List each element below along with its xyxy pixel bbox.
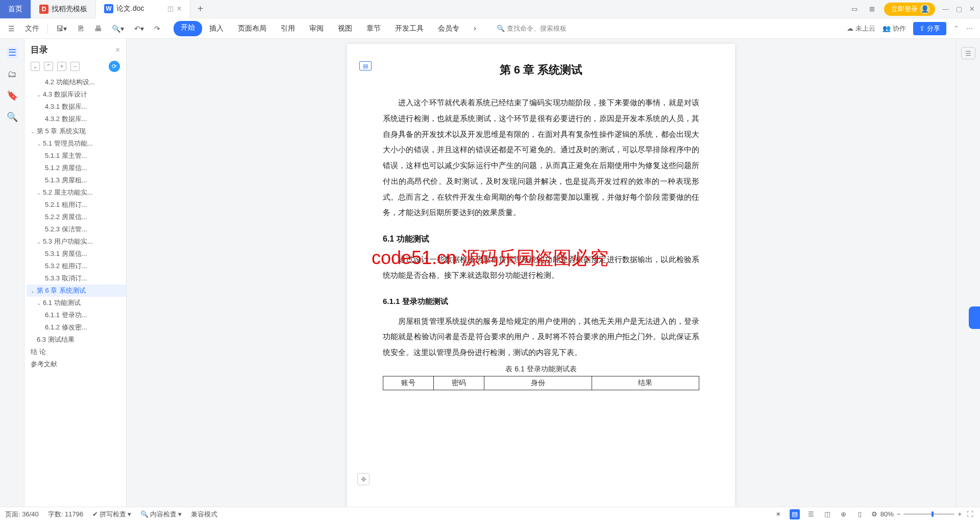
- file-menu[interactable]: 文件: [21, 22, 43, 35]
- view-page-icon[interactable]: ▤: [790, 509, 800, 519]
- outline-item[interactable]: 6.1.2 修改密...: [27, 321, 126, 334]
- more-icon[interactable]: ⋯: [966, 25, 973, 32]
- view-web-icon[interactable]: ⊕: [839, 509, 849, 519]
- menu-insert[interactable]: 插入: [202, 21, 231, 36]
- view-dual-icon[interactable]: ▯: [855, 509, 865, 519]
- outline-close-icon[interactable]: ×: [115, 45, 120, 55]
- minimize-icon[interactable]: —: [942, 5, 949, 13]
- outline-item[interactable]: 5.1.1 屋主管...: [27, 150, 126, 162]
- outline-list[interactable]: 4.2 功能结构设...⌄4.3 数据库设计4.3.1 数据库...4.3.2 …: [24, 76, 126, 507]
- outline-add-icon[interactable]: +: [57, 62, 66, 71]
- outline-item[interactable]: ⌄5.2 屋主功能实...: [27, 186, 126, 199]
- close-icon[interactable]: ×: [177, 4, 181, 13]
- tab-add[interactable]: +: [190, 3, 211, 15]
- outline-item[interactable]: 结 论: [27, 346, 126, 358]
- fullscreen-icon[interactable]: ⛶: [965, 509, 975, 519]
- outline-item[interactable]: 4.2 功能结构设...: [27, 76, 126, 88]
- outline-item[interactable]: 参考文献: [27, 358, 126, 370]
- outline-item[interactable]: 5.3.1 房屋信...: [27, 248, 126, 260]
- outline-item[interactable]: ⌄5.3 用户功能实...: [27, 235, 126, 248]
- tab-home[interactable]: 首页: [0, 0, 31, 18]
- maximize-icon[interactable]: ▢: [956, 5, 962, 13]
- zoom-slider[interactable]: [903, 513, 954, 515]
- split-window-icon[interactable]: ◫: [167, 5, 174, 12]
- menu-more-icon[interactable]: ›: [467, 21, 483, 36]
- sync-icon[interactable]: ⟳: [109, 61, 120, 72]
- zoom-settings-icon[interactable]: ⚙: [871, 510, 877, 518]
- menu-member[interactable]: 会员专: [431, 21, 467, 36]
- outline-item[interactable]: ⌄第 6 章 系统测试: [27, 285, 126, 297]
- preview-icon[interactable]: 🔍▾: [108, 22, 128, 35]
- outline-item[interactable]: 5.3.2 租用订...: [27, 260, 126, 272]
- view-read-icon[interactable]: ◫: [822, 509, 832, 519]
- settings-pane-icon[interactable]: ☰: [961, 47, 975, 59]
- outline-toggle-icon[interactable]: ☰: [7, 47, 18, 58]
- page-badge-icon[interactable]: ▤: [359, 61, 372, 70]
- zoom-control[interactable]: ⚙ 80% − + ⛶: [871, 509, 975, 519]
- document-canvas[interactable]: ▤ 第 6 章 系统测试 进入这个环节就代表着系统已经结束了编码实现功能阶段，接…: [127, 39, 955, 507]
- table-caption: 表 6.1 登录功能测试表: [383, 365, 699, 374]
- save-icon[interactable]: 🖫▾: [52, 22, 71, 35]
- docer-icon: D: [39, 5, 48, 14]
- menu-chapter[interactable]: 章节: [359, 21, 388, 36]
- outline-remove-icon[interactable]: −: [70, 62, 80, 71]
- floating-side-tab[interactable]: [969, 306, 980, 329]
- close-window-icon[interactable]: ✕: [969, 5, 975, 13]
- menu-icon[interactable]: ☰: [4, 22, 19, 35]
- title-bar: 首页 D 找稻壳模板 W 论文.doc ◫ × + ▭ ⊞ 立即登录 👤 — ▢…: [0, 0, 980, 18]
- redo-icon[interactable]: ↷: [150, 22, 164, 35]
- status-contentcheck[interactable]: 🔍内容检查 ▾: [140, 510, 182, 519]
- outline-item[interactable]: ⌄第 5 章 系统实现: [27, 125, 126, 137]
- cloud-status[interactable]: ☁未上云: [847, 24, 875, 33]
- outline-item[interactable]: 5.2.1 租用订...: [27, 199, 126, 211]
- outline-item[interactable]: 5.2.3 保洁管...: [27, 223, 126, 235]
- status-page[interactable]: 页面: 36/40: [5, 510, 39, 519]
- watermark-main: code51.cn 源码乐园盗图必究: [372, 246, 608, 271]
- move-handle-icon[interactable]: ✥: [357, 473, 370, 485]
- menu-start[interactable]: 开始: [174, 21, 202, 36]
- tab-template[interactable]: D 找稻壳模板: [31, 0, 96, 18]
- search-command[interactable]: 🔍 查找命令、搜索模板: [497, 24, 567, 33]
- zoom-out-icon[interactable]: −: [897, 510, 901, 518]
- outline-collapse-icon[interactable]: ⌃: [44, 62, 53, 71]
- outline-item[interactable]: 5.1.2 房屋信...: [27, 162, 126, 174]
- menu-view[interactable]: 视图: [331, 21, 359, 36]
- export-icon[interactable]: 🖹: [73, 22, 88, 35]
- outline-item[interactable]: 5.1.3 房屋租...: [27, 174, 126, 186]
- menu-devtools[interactable]: 开发工具: [388, 21, 431, 36]
- zoom-in-icon[interactable]: +: [958, 510, 962, 518]
- status-spellcheck[interactable]: ✔拼写检查 ▾: [92, 510, 131, 519]
- login-button[interactable]: 立即登录 👤: [884, 3, 935, 16]
- outline-item[interactable]: 6.3 测试结果: [27, 334, 126, 346]
- outline-item[interactable]: ⌄5.1 管理员功能...: [27, 137, 126, 150]
- outline-item[interactable]: 5.3.3 取消订...: [27, 272, 126, 285]
- bookmark-icon[interactable]: 🔖: [7, 90, 18, 101]
- cloud-icon: ☁: [847, 25, 853, 32]
- outline-item[interactable]: ⌄4.3 数据库设计: [27, 88, 126, 101]
- outline-item[interactable]: 4.3.2 数据库...: [27, 113, 126, 125]
- menu-review[interactable]: 审阅: [302, 21, 331, 36]
- darkmode-icon[interactable]: ☀: [773, 509, 783, 519]
- view-outline-icon[interactable]: ☰: [806, 509, 816, 519]
- clipboard-icon[interactable]: 🗂: [7, 68, 18, 80]
- collapse-ribbon-icon[interactable]: ⌃: [953, 25, 959, 32]
- layout-icon[interactable]: ▭: [849, 4, 860, 14]
- tab-document[interactable]: W 论文.doc ◫ ×: [96, 0, 190, 18]
- menu-pagelayout[interactable]: 页面布局: [231, 21, 274, 36]
- menu-reference[interactable]: 引用: [274, 21, 302, 36]
- print-icon[interactable]: 🖶: [90, 22, 106, 35]
- undo-icon[interactable]: ↶▾: [130, 22, 148, 35]
- tab-template-label: 找稻壳模板: [52, 5, 87, 14]
- outline-item[interactable]: 4.3.1 数据库...: [27, 101, 126, 113]
- outline-expand-icon[interactable]: ⌄: [31, 62, 40, 71]
- outline-item[interactable]: 5.2.2 房屋信...: [27, 211, 126, 223]
- share-button[interactable]: ⇪分享: [913, 22, 946, 35]
- collab-button[interactable]: 👥协作: [883, 24, 906, 33]
- outline-item[interactable]: 6.1.1 登录功...: [27, 309, 126, 321]
- apps-icon[interactable]: ⊞: [867, 4, 877, 14]
- doc-paragraph-3: 房屋租赁管理系统提供的服务是给规定的用户使用的，其他无关用户是无法进入的，登录功…: [383, 314, 699, 361]
- doc-h2-61: 6.1 功能测试: [383, 234, 699, 245]
- outline-item[interactable]: ⌄6.1 功能测试: [27, 297, 126, 309]
- status-words[interactable]: 字数: 11796: [48, 510, 83, 519]
- search-pane-icon[interactable]: 🔍: [7, 111, 18, 123]
